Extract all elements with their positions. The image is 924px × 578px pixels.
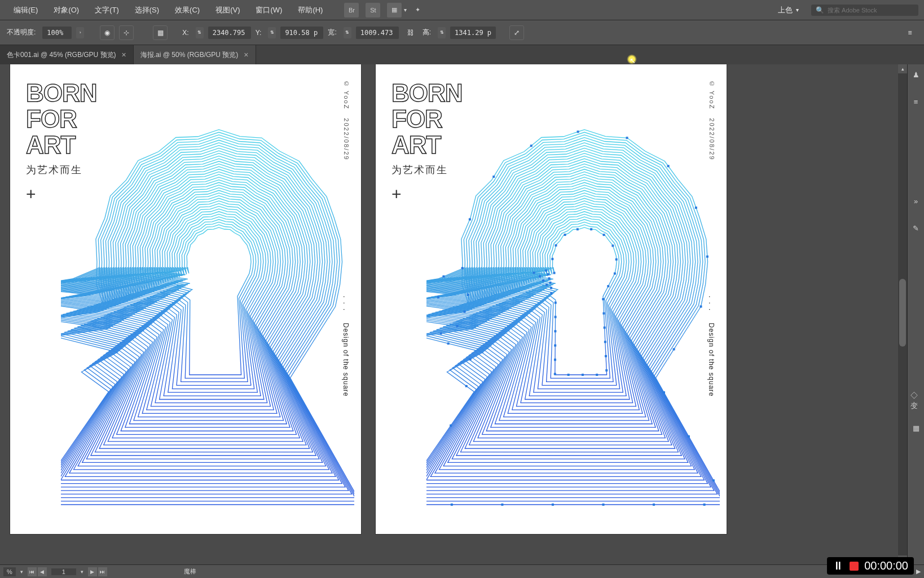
- svg-rect-46: [545, 269, 547, 272]
- record-timer: 00:00:00: [864, 559, 908, 572]
- blend-artwork[interactable]: [61, 110, 354, 527]
- svg-rect-38: [611, 244, 614, 247]
- arrange-icon[interactable]: ▦: [387, 3, 402, 17]
- svg-rect-11: [442, 275, 445, 278]
- svg-rect-27: [501, 503, 503, 506]
- panel-menu-icon[interactable]: ≡: [910, 96, 922, 107]
- x-value[interactable]: 2340.795: [208, 27, 251, 39]
- svg-rect-32: [712, 479, 715, 481]
- prev-artboard-icon[interactable]: ◀: [38, 567, 47, 576]
- menu-object[interactable]: 对象(O): [46, 0, 87, 20]
- w-stepper[interactable]: ⇅: [344, 27, 351, 38]
- svg-rect-70: [602, 298, 604, 300]
- opacity-value[interactable]: 100%: [42, 27, 72, 39]
- artboard-right[interactable]: BORN FOR ART 为艺术而生 + © YooZ 2022/08/29 .…: [376, 64, 727, 534]
- zoom-value[interactable]: %: [3, 567, 16, 576]
- y-value[interactable]: 910.58 p: [280, 27, 323, 39]
- svg-rect-5: [577, 130, 579, 133]
- recording-widget[interactable]: ⏸ 00:00:00: [827, 557, 914, 575]
- properties-icon[interactable]: ♟: [910, 69, 922, 80]
- menu-effect[interactable]: 效果(C): [167, 0, 208, 20]
- svg-rect-55: [550, 292, 552, 295]
- svg-rect-10: [467, 294, 469, 296]
- svg-rect-26: [451, 503, 453, 506]
- svg-rect-65: [605, 369, 608, 371]
- next-artboard-icon[interactable]: ▶: [88, 567, 97, 576]
- menu-select[interactable]: 选择(S): [127, 0, 167, 20]
- first-artboard-icon[interactable]: ⏮: [28, 567, 37, 576]
- link-icon[interactable]: ⛓: [403, 25, 418, 40]
- svg-rect-41: [577, 228, 579, 230]
- search-box[interactable]: 🔍: [811, 5, 918, 16]
- svg-rect-44: [551, 258, 553, 260]
- svg-rect-31: [703, 503, 706, 506]
- close-icon[interactable]: ×: [244, 50, 248, 59]
- last-artboard-icon[interactable]: ⏭: [98, 567, 107, 576]
- svg-rect-3: [667, 165, 670, 167]
- isolate-icon[interactable]: ⤢: [509, 25, 524, 40]
- svg-rect-4: [626, 137, 628, 139]
- recolor-icon[interactable]: ◉: [100, 25, 115, 40]
- document-tab-1[interactable]: 海报.ai @ 50% (RGB/GPU 预览) ×: [134, 45, 256, 64]
- blend-artwork-selected[interactable]: [426, 110, 720, 527]
- canvas-area[interactable]: BORN FOR ART 为艺术而生 + © YooZ 2022/08/29 .…: [0, 64, 907, 564]
- zoom-chevron-icon[interactable]: ▾: [20, 569, 23, 575]
- pause-icon[interactable]: ⏸: [833, 559, 844, 572]
- svg-rect-22: [465, 385, 468, 387]
- artboard-number-input[interactable]: [51, 568, 76, 575]
- menu-view[interactable]: 视图(V): [208, 0, 248, 20]
- panel-menu-icon[interactable]: ≡: [903, 25, 917, 40]
- copyright: © YooZ: [343, 80, 350, 110]
- close-icon[interactable]: ×: [122, 50, 126, 59]
- svg-rect-57: [555, 316, 557, 318]
- artboard-chevron-icon[interactable]: ▾: [81, 569, 83, 575]
- record-icon[interactable]: [850, 562, 859, 571]
- bridge-icon[interactable]: Br: [344, 3, 359, 17]
- menu-edit[interactable]: 编辑(E): [6, 0, 46, 20]
- document-tab-bar: 色卡001.ai @ 45% (RGB/GPU 预览) × 海报.ai @ 50…: [0, 45, 924, 64]
- svg-rect-52: [549, 282, 551, 284]
- workspace-switcher[interactable]: 上色 ▾: [772, 5, 804, 15]
- scroll-up-icon[interactable]: ▴: [898, 64, 907, 73]
- h-value[interactable]: 1341.29 p: [450, 27, 496, 39]
- svg-rect-60: [554, 358, 556, 361]
- expand-icon[interactable]: »: [910, 195, 922, 207]
- svg-rect-7: [492, 176, 495, 178]
- svg-rect-67: [604, 341, 606, 343]
- stock-icon[interactable]: St: [366, 3, 380, 17]
- transform-panel-icon[interactable]: ◇变: [910, 395, 922, 406]
- menu-window[interactable]: 窗口(W): [248, 0, 290, 20]
- svg-rect-53: [545, 284, 548, 286]
- document-tab-0[interactable]: 色卡001.ai @ 45% (RGB/GPU 预览) ×: [0, 45, 134, 64]
- h-stepper[interactable]: ⇅: [438, 27, 446, 38]
- svg-rect-48: [547, 273, 549, 275]
- y-stepper[interactable]: ⇅: [268, 27, 276, 38]
- svg-rect-1: [706, 256, 709, 258]
- align-panel-icon[interactable]: ▦: [910, 422, 922, 434]
- gpu-icon[interactable]: ✦: [410, 3, 425, 17]
- svg-rect-42: [564, 234, 566, 236]
- svg-rect-33: [688, 435, 690, 437]
- svg-rect-20: [447, 343, 450, 345]
- svg-rect-50: [548, 277, 551, 279]
- menu-bar: 编辑(E) 对象(O) 文字(T) 选择(S) 效果(C) 视图(V) 窗口(W…: [0, 0, 924, 20]
- menu-text[interactable]: 文字(T): [87, 0, 127, 20]
- workspace-label: 上色: [778, 5, 793, 15]
- svg-rect-39: [603, 234, 605, 236]
- scrollbar-vertical[interactable]: ▴ ▾: [898, 64, 907, 564]
- artboard-left[interactable]: BORN FOR ART 为艺术而生 + © YooZ 2022/08/29 .…: [10, 64, 361, 534]
- menu-help[interactable]: 帮助(H): [290, 0, 331, 20]
- brush-icon[interactable]: ✎: [910, 222, 922, 234]
- svg-rect-64: [596, 374, 598, 376]
- scrollbar-thumb[interactable]: [899, 279, 906, 347]
- svg-rect-40: [590, 228, 592, 230]
- chevron-down-icon: ▾: [796, 7, 799, 13]
- align-icon[interactable]: ▦: [153, 25, 168, 40]
- svg-rect-36: [614, 273, 616, 275]
- w-value[interactable]: 1009.473: [356, 27, 399, 39]
- search-input[interactable]: [828, 7, 914, 14]
- play-icon[interactable]: ▶: [916, 568, 921, 575]
- transform-icon[interactable]: ⊹: [119, 25, 134, 40]
- opacity-stepper[interactable]: ›: [76, 27, 84, 38]
- x-stepper[interactable]: ⇅: [196, 27, 204, 38]
